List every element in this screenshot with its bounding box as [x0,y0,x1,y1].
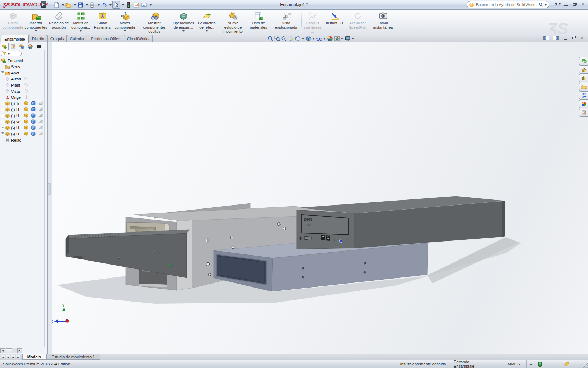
scroll-right-icon[interactable]: ▶ [17,348,22,353]
first-tab-icon[interactable]: |◀ [1,355,5,359]
appearance-swatch-icon[interactable] [38,101,43,106]
caret-down-icon[interactable] [559,3,561,6]
tab-calcular[interactable]: Calcular [67,35,87,42]
custom-properties-tab[interactable] [579,109,588,117]
ribbon-move-component-button[interactable]: Mover componente [113,10,137,33]
scroll-left-icon[interactable]: ◀ [0,348,5,353]
view-settings-icon[interactable] [345,36,355,42]
shaded-display-icon[interactable] [31,125,36,130]
shaded-display-icon[interactable] [31,101,36,106]
panel-splitter[interactable] [48,42,52,354]
caret-down-icon[interactable] [352,38,354,41]
expand-icon[interactable] [1,71,4,74]
tree-item-component[interactable]: (-) se [0,119,48,125]
ribbon-smart-fasteners-button[interactable]: Smart Fasteners [92,10,112,33]
tree-item-component[interactable]: (-) U [0,112,48,119]
scrollbar-thumb[interactable] [6,348,12,353]
hide-show-items-icon[interactable] [316,36,326,42]
shaded-display-icon[interactable] [31,107,36,112]
caret-down-icon[interactable] [8,53,10,56]
file-explorer-tab[interactable] [579,83,588,91]
tab-circuitworks[interactable]: CircuitWorks [124,35,153,42]
propertymanager-tab[interactable] [9,43,17,50]
appearance-swatch-icon[interactable] [38,125,43,130]
ribbon-show-hidden-button[interactable]: Mostrar componentes ocultos [141,10,168,33]
doc-restore-button[interactable] [570,35,577,41]
caret-down-icon[interactable] [341,38,343,41]
zoom-area-icon[interactable] [274,36,280,42]
ribbon-update-speedpak-button[interactable]: Actualizar SpeedPak [347,10,368,33]
resources-home-tab[interactable] [579,65,588,74]
configurationmanager-tab[interactable] [17,43,26,50]
tree-item-plane-alzado[interactable]: Alzad [0,76,48,82]
quick-help[interactable]: ? [535,360,545,368]
appearance-swatch-icon[interactable] [38,119,43,124]
restore-button[interactable] [571,1,578,8]
last-tab-icon[interactable]: ▶| [16,355,20,359]
appearance-swatch-icon[interactable] [38,131,43,136]
ribbon-instant3d-button[interactable]: Instant 3D [326,10,343,33]
tree-item-plane-planta[interactable]: Plant [0,82,48,88]
doc-close-button[interactable]: ✕ [579,35,585,41]
show-left-pane-icon[interactable] [543,36,549,40]
ribbon-reference-geometry-button[interactable]: Geometría de refe... [196,10,218,33]
splitter-handle[interactable] [48,183,51,196]
help-search-box[interactable]: ? [467,1,549,8]
tree-item-plane-vista[interactable]: Vista [0,88,48,94]
tree-item-mates[interactable]: Relac [0,137,48,143]
tree-item-sensors[interactable]: Sens [0,64,48,70]
shaded-display-icon[interactable] [31,119,36,124]
search-icon[interactable] [538,2,543,7]
tab-diseno[interactable]: Diseño [29,35,47,42]
ribbon-explode-sketch-button[interactable]: Croquis con líneas ... [303,10,322,33]
zoom-fit-icon[interactable] [267,36,274,42]
expand-icon[interactable] [1,132,4,135]
graphics-viewport[interactable]: DVD RW Y Z [52,42,588,354]
ribbon-snapshot-button[interactable]: Tomar instantánea [372,10,394,33]
caret-down-icon[interactable] [323,38,326,41]
circuitworks-tab[interactable] [34,43,43,50]
ribbon-assembly-features-button[interactable]: Operaciones de ensam... [172,10,195,33]
help-menu[interactable]: ? [555,2,561,7]
appearances-tab[interactable] [579,100,588,108]
ribbon-exploded-view-button[interactable]: Vista explosionada [273,10,299,33]
tab-ensamblaje[interactable]: Ensamblaje [1,35,29,43]
shaded-display-icon[interactable] [31,113,36,118]
shaded-display-icon[interactable] [31,131,36,136]
apply-scene-icon[interactable] [334,36,344,42]
expand-icon[interactable] [1,102,4,105]
display-style-icon[interactable] [305,36,316,42]
caret-down-icon[interactable] [302,38,304,41]
expand-icon[interactable] [1,114,4,117]
tags-area[interactable] [545,360,588,368]
units-caret[interactable] [526,360,535,368]
ribbon-bom-button[interactable]: Lista de materiales [248,10,269,33]
section-view-icon[interactable] [288,36,294,42]
ribbon-mate-button[interactable]: Relación de posición [48,10,69,33]
next-tab-icon[interactable]: ▶ [11,355,15,359]
edit-appearance-icon[interactable] [327,36,333,42]
ribbon-component-pattern-button[interactable]: Matriz de compone... [70,10,92,33]
ribbon-insert-components-button[interactable]: Insertar componentes [24,10,48,33]
tree-item-component[interactable]: (-) U [0,131,48,137]
view-orientation-icon[interactable] [295,36,305,42]
view-palette-tab[interactable] [579,91,588,100]
tree-item-component[interactable]: (-) H [0,106,48,112]
ribbon-motion-study-button[interactable]: Nuevo estudio de movimiento [222,10,244,33]
motion-study-tab[interactable]: Estudio de movimiento 1 [46,354,100,360]
expand-icon[interactable] [1,126,4,129]
design-library-tab[interactable] [579,74,588,82]
search-input[interactable] [475,2,538,7]
tab-productos-office[interactable]: Productos Office [88,35,123,42]
tree-item-assembly-root[interactable]: Ensambl [0,58,48,64]
displaymanager-tab[interactable] [26,43,34,50]
tree-filter-box[interactable] [1,51,22,56]
caret-down-icon[interactable] [313,38,315,41]
featuremanager-tab[interactable] [0,43,9,50]
doc-minimize-button[interactable] [562,35,569,41]
tree-item-component[interactable]: (-) U [0,125,48,131]
caret-down-icon[interactable] [545,4,547,7]
expand-icon[interactable] [1,120,4,123]
model-tab[interactable]: Modelo [22,354,46,360]
tree-item-annotations[interactable]: Anot [0,70,48,76]
